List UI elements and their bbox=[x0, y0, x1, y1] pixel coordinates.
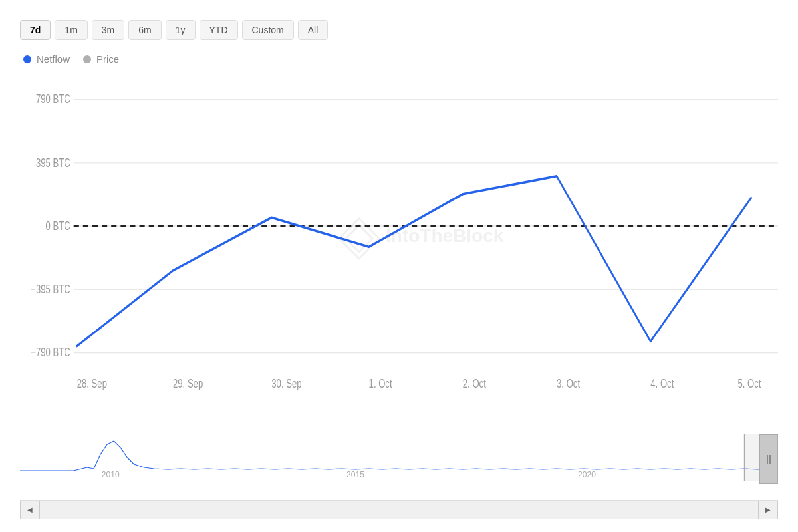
chart-resize-handle[interactable] bbox=[759, 434, 778, 484]
svg-text:2015: 2015 bbox=[346, 470, 364, 479]
legend-price: Price bbox=[83, 53, 119, 65]
mini-chart-svg: 2010 2015 2020 bbox=[20, 434, 778, 484]
scroll-right-arrow[interactable]: ▶ bbox=[758, 501, 778, 519]
svg-text:2020: 2020 bbox=[578, 470, 596, 479]
svg-text:29. Sep: 29. Sep bbox=[173, 376, 203, 390]
time-btn-7d[interactable]: 7d bbox=[20, 20, 51, 40]
time-btn-1m[interactable]: 1m bbox=[55, 20, 87, 40]
svg-rect-22 bbox=[20, 434, 778, 484]
chart-legend: Netflow Price bbox=[23, 53, 778, 65]
chart-svg-container: IntoTheBlock 790 BTC 395 BTC 0 BTC bbox=[20, 71, 778, 430]
netflow-dot bbox=[23, 55, 31, 63]
svg-text:2010: 2010 bbox=[102, 470, 120, 479]
scrollbar: ◀ ▶ bbox=[20, 500, 778, 519]
svg-text:2. Oct: 2. Oct bbox=[463, 376, 486, 390]
svg-text:4. Oct: 4. Oct bbox=[650, 376, 674, 390]
svg-text:30. Sep: 30. Sep bbox=[271, 376, 301, 390]
svg-text:1. Oct: 1. Oct bbox=[369, 376, 392, 390]
svg-text:28. Sep: 28. Sep bbox=[77, 376, 107, 390]
svg-text:5. Oct: 5. Oct bbox=[737, 376, 761, 390]
time-btn-3m[interactable]: 3m bbox=[92, 20, 124, 40]
netflow-label: Netflow bbox=[37, 53, 70, 65]
price-dot bbox=[83, 55, 91, 63]
price-label: Price bbox=[96, 53, 119, 65]
svg-text:790 BTC: 790 BTC bbox=[36, 92, 70, 106]
mini-chart: 2010 2015 2020 bbox=[20, 434, 778, 500]
legend-netflow: Netflow bbox=[23, 53, 70, 65]
time-btn-6m[interactable]: 6m bbox=[128, 20, 161, 40]
svg-text:395 BTC: 395 BTC bbox=[36, 155, 70, 169]
time-btn-ytd[interactable]: YTD bbox=[200, 20, 238, 40]
svg-text:3. Oct: 3. Oct bbox=[557, 376, 580, 390]
svg-text:−790 BTC: −790 BTC bbox=[31, 345, 70, 359]
time-btn-custom[interactable]: Custom bbox=[242, 20, 294, 40]
scroll-left-arrow[interactable]: ◀ bbox=[20, 501, 40, 519]
time-btn-1y[interactable]: 1y bbox=[166, 20, 196, 40]
svg-text:−395 BTC: −395 BTC bbox=[31, 282, 70, 296]
main-chart-svg: 790 BTC 395 BTC 0 BTC −395 BTC −790 BTC … bbox=[20, 71, 778, 430]
main-container: 7d1m3m6m1yYTDCustomAll Netflow Price Int… bbox=[0, 0, 798, 532]
svg-text:0 BTC: 0 BTC bbox=[46, 218, 70, 232]
main-chart: IntoTheBlock 790 BTC 395 BTC 0 BTC bbox=[20, 71, 778, 430]
time-range-selector: 7d1m3m6m1yYTDCustomAll bbox=[20, 20, 778, 40]
scroll-track[interactable] bbox=[40, 501, 758, 519]
time-btn-all[interactable]: All bbox=[298, 20, 329, 40]
chart-wrapper: IntoTheBlock 790 BTC 395 BTC 0 BTC bbox=[20, 71, 778, 519]
